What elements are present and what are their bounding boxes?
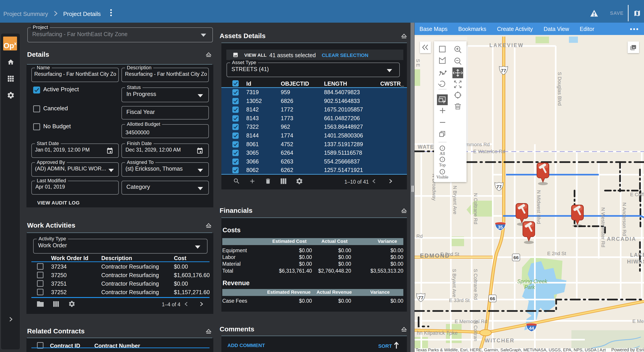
svg-text:N Bryant Ave: N Bryant Ave	[452, 186, 458, 214]
svg-text:Texas Parks & Wildlife, Esri,: Texas Parks & Wildlife, Esri, HERE, Garm…	[416, 347, 606, 352]
svg-text:HIWASS: HIWASS	[627, 258, 644, 264]
svg-text:i: i	[442, 158, 443, 161]
svg-text:66: 66	[490, 296, 495, 301]
svg-text:i: i	[442, 147, 443, 150]
svg-text:Visible: Visible	[436, 175, 448, 179]
svg-text:35: 35	[498, 225, 503, 230]
svg-text:Spring Creek: Spring Creek	[517, 278, 548, 284]
svg-text:Park: Park	[524, 284, 535, 290]
svg-text:E 2nd St: E 2nd St	[440, 251, 459, 257]
svg-text:E Mem: E Mem	[632, 318, 644, 324]
svg-text:N Anderson Rd: N Anderson Rd	[622, 202, 627, 236]
svg-text:77: 77	[496, 184, 502, 189]
svg-text:E Memorial Rd: E Memorial Rd	[455, 318, 487, 324]
svg-text:S Coltrane Rd: S Coltrane Rd	[473, 269, 478, 300]
svg-text:77: 77	[418, 295, 423, 300]
svg-text:Powered by Esri: Powered by Esri	[611, 347, 644, 352]
svg-text:ARCADIA: ARCADIA	[607, 236, 636, 242]
svg-text:E 2nd St: E 2nd St	[547, 251, 566, 256]
svg-text:N Westminster Rd: N Westminster Rd	[600, 207, 606, 247]
svg-text:N Coltrane Rd: N Coltrane Rd	[473, 193, 478, 224]
svg-text:i: i	[442, 170, 443, 174]
svg-text:LAKEVIEW: LAKEVIEW	[490, 42, 524, 48]
svg-text:66: 66	[513, 255, 518, 260]
svg-text:WITCHER: WITCHER	[485, 337, 514, 343]
svg-text:N Coltran: N Coltran	[473, 320, 478, 341]
svg-text:E Coffe: E Coffe	[630, 192, 644, 197]
svg-text:E Waterloo Rd: E Waterloo Rd	[473, 149, 505, 154]
svg-text:S Douglas Blvd: S Douglas Blvd	[557, 72, 562, 106]
svg-text:LAKE: LAKE	[630, 252, 644, 258]
svg-text:hn Kilpatrick Tpke: hn Kilpatrick Tpke	[417, 330, 458, 336]
svg-text:S E: S E	[415, 59, 421, 67]
svg-text:N Midwest Blvd: N Midwest Blvd	[536, 190, 542, 224]
svg-text:mmons Rd: mmons Rd	[466, 142, 490, 147]
svg-text:Rd: Rd	[416, 233, 422, 239]
svg-text:44: 44	[529, 326, 534, 331]
svg-text:All: All	[440, 151, 445, 156]
svg-text:77: 77	[501, 68, 506, 73]
svg-text:S Bryant Ave: S Bryant Ave	[452, 269, 457, 297]
svg-text:Top: Top	[439, 163, 446, 167]
svg-text:E 33rd St: E 33rd St	[449, 297, 470, 303]
